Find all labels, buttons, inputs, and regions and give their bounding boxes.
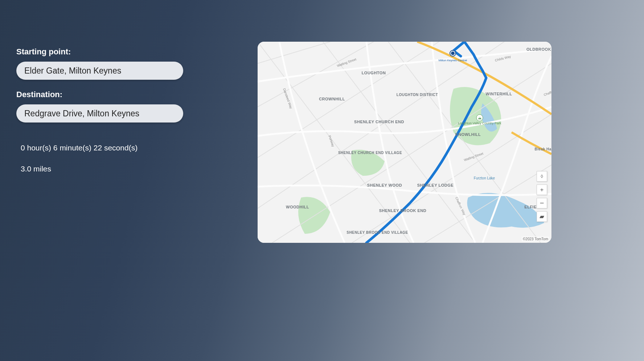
- route-form-panel: Starting point: Destination: 0 hour(s) 6…: [0, 0, 258, 361]
- map-panel: Milton Keynes Central ⛰ Loughton Valley …: [258, 0, 644, 361]
- route-distance: 3.0 miles: [21, 165, 241, 173]
- route-result: 0 hour(s) 6 minute(s) 22 second(s) 3.0 m…: [16, 144, 241, 173]
- place-winterhill: WINTERHILL: [486, 92, 512, 96]
- start-field-group: Starting point:: [16, 47, 241, 80]
- place-shenley-wood: SHENLEY WOOD: [367, 183, 402, 187]
- svg-text:⛰: ⛰: [478, 116, 481, 120]
- svg-point-2: [451, 51, 455, 55]
- place-oldbrook: OLDBROOK: [526, 47, 551, 51]
- station-label: Milton Keynes Central: [439, 59, 467, 62]
- place-knowlhill: KNOWLHILL: [455, 132, 481, 137]
- map-controls: ◊ + − ▰: [537, 171, 547, 222]
- place-crownhill: CROWNHILL: [319, 97, 345, 101]
- zoom-out-button[interactable]: −: [537, 198, 547, 208]
- place-bleak-hall: Bleak Hall: [535, 147, 551, 151]
- tilt-button[interactable]: ▰: [537, 211, 547, 222]
- compass-button[interactable]: ◊: [537, 171, 547, 182]
- start-label: Starting point:: [16, 47, 241, 57]
- place-shenley-church-end-village: SHENLEY CHURCH END VILLAGE: [338, 151, 402, 155]
- start-input[interactable]: [16, 62, 183, 80]
- place-furzton-lake: Furzton Lake: [474, 176, 495, 180]
- zoom-in-button[interactable]: +: [537, 184, 547, 195]
- place-loughton-district: LOUGHTON DISTRICT: [397, 93, 438, 97]
- map-container[interactable]: Milton Keynes Central ⛰ Loughton Valley …: [258, 42, 551, 243]
- destination-label: Destination:: [16, 90, 241, 99]
- place-shenley-brook-end: SHENLEY BROOK END: [379, 208, 427, 213]
- map-canvas[interactable]: Milton Keynes Central ⛰ Loughton Valley …: [258, 42, 551, 243]
- destination-field-group: Destination:: [16, 90, 241, 123]
- place-shenley-church-end: SHENLEY CHURCH END: [354, 120, 404, 124]
- route-duration: 0 hour(s) 6 minute(s) 22 second(s): [21, 144, 241, 152]
- map-attribution: ©2023 TomTom: [522, 237, 549, 241]
- park-poi-label: Loughton Valley Country Park: [458, 121, 501, 125]
- place-shenley-lodge: SHENLEY LODGE: [417, 183, 454, 187]
- destination-input[interactable]: [16, 104, 183, 123]
- place-shenley-brook-end-village: SHENLEY BROOK END VILLAGE: [346, 231, 408, 235]
- place-woodhill: WOODHILL: [286, 205, 309, 209]
- place-loughton: LOUGHTON: [362, 71, 386, 75]
